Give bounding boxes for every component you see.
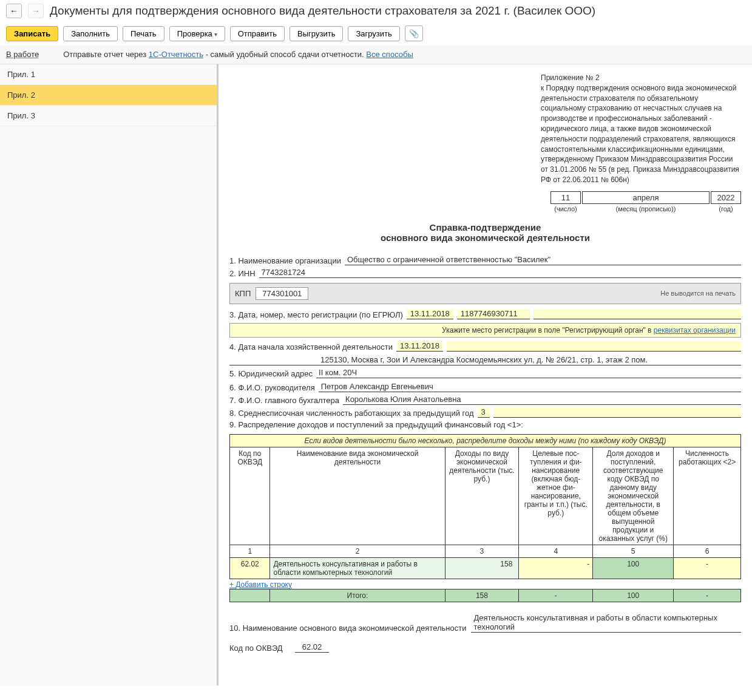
cell-income[interactable]: 158 [445,557,519,579]
reg-date-field[interactable]: 13.11.2018 [407,309,453,319]
doc-title: Справка-подтверждение основного вида эко… [229,222,741,243]
f3-label: 3. Дата, номер, место регистрации (по ЕГ… [229,310,403,319]
f6-label: 6. Ф.И.О. руководителя [229,383,315,392]
attachment-note: Приложение № 2 к Порядку подтверждения о… [541,73,741,185]
add-row-link[interactable]: Добавить строку [229,580,741,589]
link-org-requisites[interactable]: реквизитах организации [654,326,736,335]
org-name-field[interactable]: Общество с ограниченной ответственностью… [345,255,741,265]
address-line1[interactable]: 125130, Москва г, Зои И Александра Космо… [229,355,741,365]
check-button[interactable]: Проверка [169,26,225,41]
status-state[interactable]: В работе [6,50,39,59]
f5-label: 5. Юридический адрес [229,369,313,378]
headcount-field[interactable]: 3 [478,407,490,418]
okved-code-field[interactable]: 62.02 [295,642,330,653]
fill-button[interactable]: Заполнить [63,26,118,41]
inn-field[interactable]: 7743281724 [259,268,741,278]
save-button[interactable]: Записать [6,26,58,41]
f1-label: 1. Наименование организации [229,256,341,265]
accountant-field[interactable]: Королькова Юлия Анатольевна [343,395,741,405]
send-button[interactable]: Отправить [230,26,285,41]
table-row[interactable]: 62.02 Деятельность консультативная и раб… [230,557,741,579]
okved-table: Если видов деятельности было несколько, … [229,434,741,579]
okved-code-label: Код по ОКВЭД [229,644,283,653]
f10-label: 10. Наименование основного вида экономич… [229,624,466,633]
back-button[interactable]: ← [6,4,22,18]
kpp-note: Не выводится на печать [660,290,736,297]
cell-count[interactable]: - [674,557,741,579]
cell-code[interactable]: 62.02 [230,557,270,579]
link-1c-otchetnost[interactable]: 1С-Отчетность [149,50,203,59]
address-line2[interactable]: II ком. 20Ч [316,368,741,378]
kpp-box: КПП 774301001 Не выводится на печать [229,283,741,304]
cell-target[interactable]: - [519,557,593,579]
sidebar-item-pril3[interactable]: Прил. 3 [0,106,217,126]
sidebar-item-pril2[interactable]: Прил. 2 [0,85,217,106]
date-day[interactable]: 11 [550,191,581,204]
reg-hint: Укажите место регистрации в поле "Регист… [229,323,741,338]
sidebar-item-pril1[interactable]: Прил. 1 [0,64,217,85]
import-button[interactable]: Загрузить [348,26,399,41]
f7-label: 7. Ф.И.О. главного бухгалтера [229,396,339,405]
f9-label: 9. Распределение доходов и поступлений з… [229,420,523,429]
f2-label: 2. ИНН [229,269,256,278]
export-button[interactable]: Выгрузить [290,26,343,41]
page-title: Документы для подтверждения основного ви… [50,4,595,18]
sidebar: Прил. 1 Прил. 2 Прил. 3 [0,64,218,685]
print-button[interactable]: Печать [123,26,164,41]
reg-num-field[interactable]: 1187746930711 [457,309,530,319]
f4-label: 4. Дата начала хозяйственной деятельност… [229,342,393,352]
date-year[interactable]: 2022 [711,191,741,204]
attach-button[interactable]: 📎 [405,25,423,41]
director-field[interactable]: Петров Александр Евгеньевич [319,382,741,392]
table-hint: Если видов деятельности было несколько, … [230,434,741,447]
cell-pct[interactable]: 100 [593,557,674,579]
document-content: Приложение № 2 к Порядку подтверждения о… [218,64,752,685]
date-month[interactable]: апреля [582,191,710,204]
forward-button: → [28,4,44,18]
total-row: Итого: 158 - 100 - [230,589,741,602]
cell-name[interactable]: Деятельность консультативная и работы в … [270,557,445,579]
main-activity-field[interactable]: Деятельность консультативная и работы в … [471,613,741,633]
status-hint: Отправьте отчет через 1С-Отчетность - са… [63,50,413,59]
reg-place-field[interactable] [534,309,741,319]
link-all-methods[interactable]: Все способы [366,50,413,59]
activity-start-field[interactable]: 13.11.2018 [396,341,443,352]
f8-label: 8. Среднесписочная численность работающи… [229,409,474,418]
kpp-field[interactable]: 774301001 [256,287,308,300]
kpp-label: КПП [235,289,251,298]
